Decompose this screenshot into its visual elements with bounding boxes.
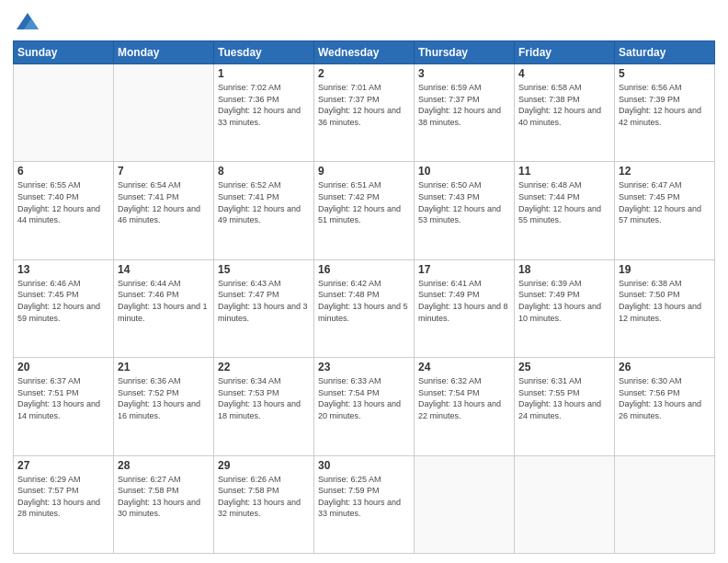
calendar-cell: 22Sunrise: 6:34 AM Sunset: 7:53 PM Dayli…	[214, 358, 314, 455]
day-header-tuesday: Tuesday	[214, 41, 314, 64]
day-number: 16	[318, 263, 410, 276]
day-header-friday: Friday	[515, 41, 615, 64]
day-number: 5	[619, 67, 711, 80]
day-number: 23	[318, 361, 410, 373]
calendar-cell: 15Sunrise: 6:43 AM Sunset: 7:47 PM Dayli…	[214, 259, 314, 357]
day-header-monday: Monday	[114, 41, 214, 64]
calendar-cell: 6Sunrise: 6:55 AM Sunset: 7:40 PM Daylig…	[14, 162, 114, 259]
day-number: 9	[318, 165, 410, 178]
calendar-cell	[415, 455, 515, 553]
calendar-cell: 7Sunrise: 6:54 AM Sunset: 7:41 PM Daylig…	[114, 162, 214, 259]
day-header-thursday: Thursday	[415, 41, 515, 64]
calendar-week-0: 1Sunrise: 7:02 AM Sunset: 7:36 PM Daylig…	[14, 64, 715, 162]
day-info: Sunrise: 6:31 AM Sunset: 7:55 PM Dayligh…	[518, 375, 610, 421]
calendar-week-1: 6Sunrise: 6:55 AM Sunset: 7:40 PM Daylig…	[14, 162, 715, 259]
calendar-cell: 17Sunrise: 6:41 AM Sunset: 7:49 PM Dayli…	[415, 259, 515, 357]
day-number: 27	[17, 459, 109, 472]
day-number: 8	[218, 165, 310, 178]
day-info: Sunrise: 6:51 AM Sunset: 7:42 PM Dayligh…	[318, 179, 410, 225]
day-header-saturday: Saturday	[615, 41, 715, 64]
calendar-cell	[14, 64, 114, 162]
calendar-cell: 14Sunrise: 6:44 AM Sunset: 7:46 PM Dayli…	[114, 259, 214, 357]
day-info: Sunrise: 6:55 AM Sunset: 7:40 PM Dayligh…	[17, 179, 109, 225]
day-number: 18	[518, 263, 610, 276]
header	[13, 9, 715, 35]
calendar-cell: 3Sunrise: 6:59 AM Sunset: 7:37 PM Daylig…	[415, 64, 515, 162]
day-number: 24	[418, 361, 510, 373]
header-row: SundayMondayTuesdayWednesdayThursdayFrid…	[14, 41, 715, 64]
calendar-table: SundayMondayTuesdayWednesdayThursdayFrid…	[13, 40, 715, 554]
calendar-cell: 5Sunrise: 6:56 AM Sunset: 7:39 PM Daylig…	[615, 64, 715, 162]
day-number: 28	[118, 459, 210, 472]
calendar-cell: 13Sunrise: 6:46 AM Sunset: 7:45 PM Dayli…	[14, 259, 114, 357]
day-info: Sunrise: 6:43 AM Sunset: 7:47 PM Dayligh…	[218, 278, 310, 324]
calendar-header: SundayMondayTuesdayWednesdayThursdayFrid…	[14, 41, 715, 64]
calendar-body: 1Sunrise: 7:02 AM Sunset: 7:36 PM Daylig…	[14, 64, 715, 554]
calendar-cell: 27Sunrise: 6:29 AM Sunset: 7:57 PM Dayli…	[14, 455, 114, 553]
calendar-cell: 12Sunrise: 6:47 AM Sunset: 7:45 PM Dayli…	[615, 162, 715, 259]
calendar-week-4: 27Sunrise: 6:29 AM Sunset: 7:57 PM Dayli…	[14, 455, 715, 553]
calendar-cell: 18Sunrise: 6:39 AM Sunset: 7:49 PM Dayli…	[515, 259, 615, 357]
day-info: Sunrise: 6:50 AM Sunset: 7:43 PM Dayligh…	[418, 179, 510, 225]
calendar-cell	[515, 455, 615, 553]
logo	[13, 9, 40, 35]
day-number: 14	[118, 263, 210, 276]
day-number: 25	[518, 361, 610, 373]
calendar-cell: 25Sunrise: 6:31 AM Sunset: 7:55 PM Dayli…	[515, 358, 615, 455]
day-info: Sunrise: 6:37 AM Sunset: 7:51 PM Dayligh…	[17, 375, 109, 421]
day-number: 7	[118, 165, 210, 178]
day-number: 26	[619, 361, 711, 373]
day-number: 20	[17, 361, 109, 373]
day-number: 6	[17, 165, 109, 178]
day-number: 30	[318, 459, 410, 472]
day-info: Sunrise: 7:01 AM Sunset: 7:37 PM Dayligh…	[318, 82, 410, 128]
day-info: Sunrise: 6:25 AM Sunset: 7:59 PM Dayligh…	[318, 474, 410, 520]
day-info: Sunrise: 6:52 AM Sunset: 7:41 PM Dayligh…	[218, 179, 310, 225]
calendar-cell: 29Sunrise: 6:26 AM Sunset: 7:58 PM Dayli…	[214, 455, 314, 553]
calendar-cell: 4Sunrise: 6:58 AM Sunset: 7:38 PM Daylig…	[515, 64, 615, 162]
logo-icon	[15, 9, 40, 35]
calendar-cell: 26Sunrise: 6:30 AM Sunset: 7:56 PM Dayli…	[615, 358, 715, 455]
day-header-sunday: Sunday	[14, 41, 114, 64]
day-info: Sunrise: 6:32 AM Sunset: 7:54 PM Dayligh…	[418, 375, 510, 421]
day-number: 10	[418, 165, 510, 178]
page: SundayMondayTuesdayWednesdayThursdayFrid…	[0, 0, 728, 563]
calendar-cell: 9Sunrise: 6:51 AM Sunset: 7:42 PM Daylig…	[314, 162, 415, 259]
day-number: 13	[17, 263, 109, 276]
day-number: 1	[218, 67, 310, 80]
calendar-cell: 2Sunrise: 7:01 AM Sunset: 7:37 PM Daylig…	[314, 64, 415, 162]
day-info: Sunrise: 6:58 AM Sunset: 7:38 PM Dayligh…	[518, 82, 610, 128]
day-number: 21	[118, 361, 210, 373]
calendar-cell: 21Sunrise: 6:36 AM Sunset: 7:52 PM Dayli…	[114, 358, 214, 455]
calendar-cell: 19Sunrise: 6:38 AM Sunset: 7:50 PM Dayli…	[615, 259, 715, 357]
calendar-cell: 1Sunrise: 7:02 AM Sunset: 7:36 PM Daylig…	[214, 64, 314, 162]
calendar-cell: 30Sunrise: 6:25 AM Sunset: 7:59 PM Dayli…	[314, 455, 415, 553]
day-info: Sunrise: 6:42 AM Sunset: 7:48 PM Dayligh…	[318, 278, 410, 324]
calendar-cell: 16Sunrise: 6:42 AM Sunset: 7:48 PM Dayli…	[314, 259, 415, 357]
day-info: Sunrise: 6:33 AM Sunset: 7:54 PM Dayligh…	[318, 375, 410, 421]
calendar-cell: 10Sunrise: 6:50 AM Sunset: 7:43 PM Dayli…	[415, 162, 515, 259]
calendar-cell: 8Sunrise: 6:52 AM Sunset: 7:41 PM Daylig…	[214, 162, 314, 259]
day-number: 29	[218, 459, 310, 472]
day-info: Sunrise: 6:39 AM Sunset: 7:49 PM Dayligh…	[518, 278, 610, 324]
day-info: Sunrise: 6:44 AM Sunset: 7:46 PM Dayligh…	[118, 278, 210, 324]
day-number: 22	[218, 361, 310, 373]
day-info: Sunrise: 6:47 AM Sunset: 7:45 PM Dayligh…	[619, 179, 711, 225]
calendar-week-2: 13Sunrise: 6:46 AM Sunset: 7:45 PM Dayli…	[14, 259, 715, 357]
day-info: Sunrise: 6:34 AM Sunset: 7:53 PM Dayligh…	[218, 375, 310, 421]
day-number: 17	[418, 263, 510, 276]
day-info: Sunrise: 6:56 AM Sunset: 7:39 PM Dayligh…	[619, 82, 711, 128]
day-number: 19	[619, 263, 711, 276]
day-info: Sunrise: 6:36 AM Sunset: 7:52 PM Dayligh…	[118, 375, 210, 421]
calendar-week-3: 20Sunrise: 6:37 AM Sunset: 7:51 PM Dayli…	[14, 358, 715, 455]
day-info: Sunrise: 7:02 AM Sunset: 7:36 PM Dayligh…	[218, 82, 310, 128]
day-info: Sunrise: 6:29 AM Sunset: 7:57 PM Dayligh…	[17, 474, 109, 520]
day-info: Sunrise: 6:46 AM Sunset: 7:45 PM Dayligh…	[17, 278, 109, 324]
day-header-wednesday: Wednesday	[314, 41, 415, 64]
day-number: 3	[418, 67, 510, 80]
day-info: Sunrise: 6:54 AM Sunset: 7:41 PM Dayligh…	[118, 179, 210, 225]
calendar-cell: 20Sunrise: 6:37 AM Sunset: 7:51 PM Dayli…	[14, 358, 114, 455]
day-number: 4	[518, 67, 610, 80]
calendar-cell: 23Sunrise: 6:33 AM Sunset: 7:54 PM Dayli…	[314, 358, 415, 455]
calendar-cell	[114, 64, 214, 162]
